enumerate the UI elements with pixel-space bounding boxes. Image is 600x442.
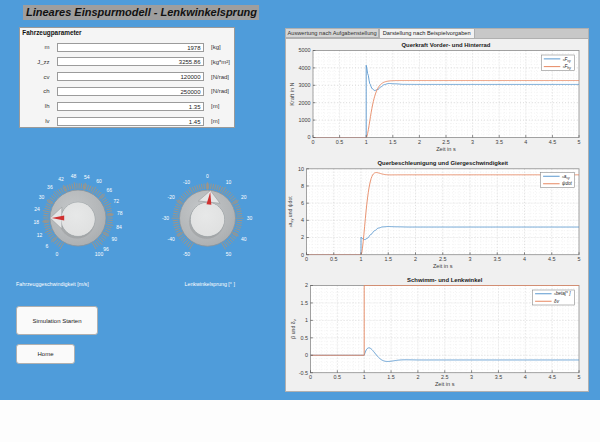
svg-text:1.5: 1.5 bbox=[387, 374, 395, 380]
svg-text:Zeit in s: Zeit in s bbox=[435, 381, 455, 387]
svg-text:δv: δv bbox=[554, 299, 560, 304]
svg-text:Querbeschleunigung und Gierges: Querbeschleunigung und Giergeschwindigke… bbox=[377, 160, 508, 166]
svg-text:2: 2 bbox=[418, 139, 421, 145]
svg-text:1.5: 1.5 bbox=[385, 256, 393, 262]
svg-text:1: 1 bbox=[305, 317, 308, 323]
svg-text:5: 5 bbox=[578, 374, 581, 380]
svg-text:3: 3 bbox=[471, 139, 474, 145]
svg-text:2: 2 bbox=[414, 256, 417, 262]
svg-text:2: 2 bbox=[301, 234, 304, 240]
svg-text:2000: 2000 bbox=[299, 100, 311, 106]
svg-text:0: 0 bbox=[312, 139, 315, 145]
svg-text:ψdot: ψdot bbox=[562, 181, 572, 186]
svg-text:sasy und ψdot: sasy und ψdot bbox=[287, 196, 294, 228]
svg-text:4000: 4000 bbox=[299, 65, 311, 71]
svg-text:0.5: 0.5 bbox=[301, 335, 309, 341]
svg-text:4: 4 bbox=[524, 139, 527, 145]
svg-text:5000: 5000 bbox=[299, 47, 311, 53]
svg-text:Querkraft Vorder- und Hinterra: Querkraft Vorder- und Hinterrad bbox=[402, 42, 491, 48]
svg-text:0: 0 bbox=[305, 256, 308, 262]
svg-text:6: 6 bbox=[301, 200, 304, 206]
svg-text:1.5: 1.5 bbox=[301, 300, 309, 306]
svg-text:Zeit in s: Zeit in s bbox=[436, 146, 456, 152]
svg-text:1.5: 1.5 bbox=[389, 139, 397, 145]
svg-text:3.5: 3.5 bbox=[495, 139, 503, 145]
svg-text:1: 1 bbox=[360, 256, 363, 262]
svg-text:0: 0 bbox=[305, 352, 308, 358]
svg-text:2: 2 bbox=[305, 282, 308, 288]
svg-text:Schwimm- und Lenkwinkel: Schwimm- und Lenkwinkel bbox=[407, 277, 483, 283]
svg-text:2.5: 2.5 bbox=[439, 256, 447, 262]
svg-text:Kraft in N: Kraft in N bbox=[289, 82, 295, 105]
svg-text:3000: 3000 bbox=[299, 82, 311, 88]
svg-text:3: 3 bbox=[470, 374, 473, 380]
svg-text:3.5: 3.5 bbox=[494, 256, 502, 262]
svg-text:8: 8 bbox=[301, 183, 304, 189]
svg-text:Zeit in s: Zeit in s bbox=[433, 263, 453, 269]
svg-text:0: 0 bbox=[309, 374, 312, 380]
svg-text:2: 2 bbox=[416, 374, 419, 380]
svg-text:0.5: 0.5 bbox=[336, 139, 344, 145]
svg-text:2.5: 2.5 bbox=[442, 139, 450, 145]
svg-text:5: 5 bbox=[578, 139, 581, 145]
svg-text:4: 4 bbox=[523, 256, 526, 262]
svg-text:4: 4 bbox=[524, 374, 527, 380]
svg-text:4.5: 4.5 bbox=[548, 374, 556, 380]
svg-text:4.5: 4.5 bbox=[549, 139, 557, 145]
svg-text:β und δv: β und δv bbox=[291, 319, 298, 338]
svg-text:3.5: 3.5 bbox=[495, 374, 503, 380]
svg-text:4: 4 bbox=[301, 217, 304, 223]
svg-text:0.5: 0.5 bbox=[334, 374, 342, 380]
svg-text:-0.5: -0.5 bbox=[299, 370, 308, 376]
svg-text:4.5: 4.5 bbox=[548, 256, 556, 262]
svg-text:2.5: 2.5 bbox=[441, 374, 449, 380]
svg-text:0.5: 0.5 bbox=[330, 256, 338, 262]
svg-text:1000: 1000 bbox=[299, 117, 311, 123]
svg-text:0: 0 bbox=[301, 252, 304, 258]
svg-text:10: 10 bbox=[298, 166, 304, 172]
svg-text:5: 5 bbox=[578, 256, 581, 262]
svg-text:3: 3 bbox=[469, 256, 472, 262]
svg-text:0: 0 bbox=[308, 134, 311, 140]
svg-text:1: 1 bbox=[363, 374, 366, 380]
svg-text:1: 1 bbox=[365, 139, 368, 145]
svg-text:sbeta[° ]: sbeta[° ] bbox=[554, 291, 571, 296]
